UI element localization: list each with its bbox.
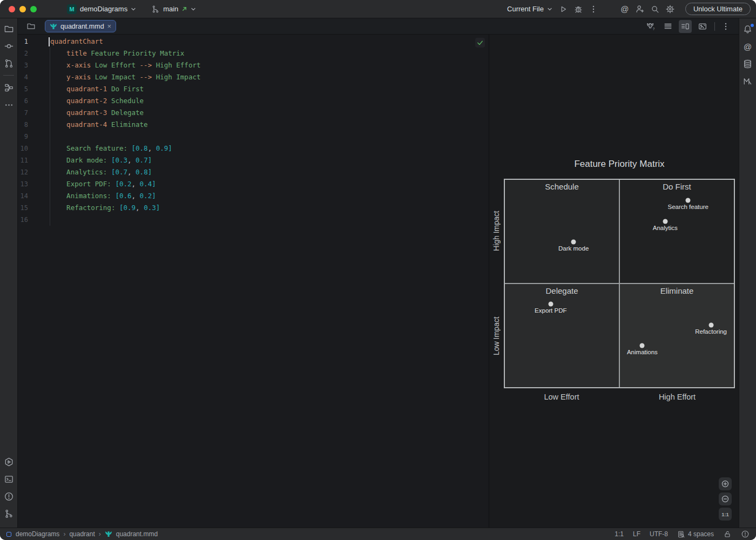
line-number: 4 — [18, 71, 28, 83]
code-line-2[interactable]: 2 title Feature Priority Matrix — [18, 48, 489, 59]
line-number: 13 — [18, 178, 28, 190]
code-text: Search feature: [0.8, 0.9] — [50, 143, 172, 154]
more-tool-windows-button[interactable] — [2, 98, 16, 111]
code-text: Refactoring: [0.9, 0.3] — [50, 202, 160, 214]
code-line-4[interactable]: 4 y-axis Low Impact --> High Impact — [18, 71, 489, 83]
debug-button[interactable] — [571, 2, 586, 17]
unlock-ultimate-button[interactable]: Unlock Ultimate — [685, 3, 751, 15]
project-logo-icon: M — [67, 4, 77, 14]
code-line-12[interactable]: 12 Analytics: [0.7, 0.8] — [18, 166, 489, 178]
ai-assistant-button[interactable]: @ — [617, 2, 632, 17]
run-configuration-name: Current File — [507, 5, 544, 13]
line-number: 9 — [18, 131, 28, 143]
editor-view-icon — [663, 22, 673, 31]
code-line-7[interactable]: 7 quadrant-3 Delegate — [18, 107, 489, 119]
fullscreen-window-button[interactable] — [30, 6, 37, 12]
breadcrumb-item[interactable]: quadrant — [69, 530, 94, 538]
problems-tool-button[interactable] — [2, 490, 16, 503]
database-icon — [742, 59, 753, 69]
code-text: quadrant-3 Delegate — [50, 107, 144, 119]
inspections-status-widget[interactable] — [475, 38, 485, 48]
editor-only-view-button[interactable] — [662, 20, 674, 33]
minimize-window-button[interactable] — [19, 6, 26, 12]
line-number: 16 — [18, 214, 28, 226]
project-tool-button[interactable] — [2, 22, 16, 35]
code-with-me-button[interactable] — [632, 2, 647, 17]
exclamation-circle-icon — [741, 530, 750, 538]
code-line-5[interactable]: 5 quadrant-1 Do First — [18, 83, 489, 95]
notifications-button[interactable] — [741, 23, 755, 36]
ide-window: M demoDiagrams main Current File @ Unloc… — [0, 0, 756, 540]
window-controls — [9, 6, 37, 12]
terminal-tool-button[interactable] — [2, 473, 16, 485]
code-line-10[interactable]: 10 Search feature: [0.8, 0.9] — [18, 143, 489, 154]
version-control-tool-button[interactable] — [2, 507, 16, 520]
commit-tool-button[interactable] — [2, 39, 16, 52]
notifications-status-button[interactable] — [741, 530, 750, 538]
git-branch-icon — [151, 5, 160, 14]
code-editor[interactable]: 1quadrantChart2 title Feature Priority M… — [18, 35, 489, 528]
breadcrumb-item[interactable]: quadrant.mmd — [116, 530, 158, 538]
code-line-3[interactable]: 3 x-axis Low Effort --> High Effort — [18, 59, 489, 71]
code-line-16[interactable]: 16 — [18, 214, 489, 226]
line-number: 10 — [18, 143, 28, 154]
chart-point-label: Refactoring — [695, 328, 727, 335]
project-widget[interactable]: M demoDiagrams — [64, 3, 139, 16]
search-icon — [650, 4, 660, 14]
code-line-1[interactable]: 1quadrantChart — [18, 36, 489, 48]
encoding-widget[interactable]: UTF-8 — [650, 530, 668, 538]
commit-icon — [4, 41, 14, 51]
mermaid-syntax-help-button[interactable]: ? — [644, 20, 657, 33]
code-line-6[interactable]: 6 quadrant-2 Schedule — [18, 95, 489, 107]
code-line-11[interactable]: 11 Dark mode: [0.3, 0.7] — [18, 154, 489, 166]
mermaid-chart-tool-button[interactable] — [741, 75, 755, 87]
zoom-in-icon — [721, 480, 730, 488]
line-separator-widget[interactable]: LF — [633, 530, 640, 538]
indent-widget[interactable]: 4 spaces — [677, 530, 714, 538]
text-caret — [49, 37, 50, 46]
zoom-in-button[interactable] — [719, 477, 732, 490]
main-area: quadrant.mmd × ? 1quadrantChart2 title F… — [0, 18, 756, 528]
zoom-out-button[interactable] — [719, 492, 732, 505]
code-line-9[interactable]: 9 — [18, 131, 489, 143]
run-button[interactable] — [556, 2, 571, 17]
tab-quadrant-mmd[interactable]: quadrant.mmd × — [45, 20, 116, 32]
code-line-14[interactable]: 14 Animations: [0.6, 0.2] — [18, 190, 489, 202]
run-configuration-widget[interactable]: Current File — [504, 3, 556, 15]
split-view-button[interactable] — [679, 20, 692, 33]
quadrant-plot: Schedule Do First Delegate Eliminate Sea… — [504, 179, 735, 388]
code-line-8[interactable]: 8 quadrant-4 Eliminate — [18, 119, 489, 131]
folder-icon — [4, 24, 14, 34]
chart-point-label: Animations — [627, 349, 658, 355]
readonly-toggle[interactable] — [723, 530, 732, 538]
folder-icon — [26, 22, 36, 31]
preview-only-view-button[interactable] — [696, 20, 709, 33]
structure-tool-button[interactable] — [2, 81, 16, 94]
editor-options-button[interactable] — [719, 20, 732, 33]
show-members-button[interactable] — [24, 20, 37, 33]
search-everywhere-button[interactable] — [647, 2, 663, 17]
database-tool-button[interactable] — [741, 57, 755, 70]
x-axis-labels: Low Effort High Effort — [504, 393, 735, 401]
mermaid-help-icon: ? — [646, 22, 656, 31]
line-number: 3 — [18, 59, 28, 71]
zoom-reset-button[interactable]: 1:1 — [719, 508, 732, 521]
line-number: 12 — [18, 166, 28, 178]
ai-assistant-tool-button[interactable]: @ — [741, 40, 755, 53]
chevron-down-icon — [131, 6, 136, 12]
more-run-actions-button[interactable] — [586, 2, 601, 17]
editor-column: quadrant.mmd × ? 1quadrantChart2 title F… — [18, 18, 739, 528]
x-axis-label-high: High Effort — [619, 393, 735, 401]
chart-point — [548, 302, 553, 307]
code-line-15[interactable]: 15 Refactoring: [0.9, 0.3] — [18, 202, 489, 214]
close-window-button[interactable] — [9, 6, 15, 12]
settings-button[interactable] — [663, 2, 678, 17]
code-line-13[interactable]: 13 Export PDF: [0.2, 0.4] — [18, 178, 489, 190]
close-tab-icon[interactable]: × — [107, 23, 112, 30]
branch-widget[interactable]: main — [148, 3, 199, 15]
caret-position-widget[interactable]: 1:1 — [615, 530, 624, 538]
pull-requests-tool-button[interactable] — [2, 57, 16, 70]
code-text: Animations: [0.6, 0.2] — [50, 190, 156, 202]
breadcrumb-item[interactable]: demoDiagrams — [16, 530, 59, 538]
services-tool-button[interactable] — [2, 455, 16, 468]
